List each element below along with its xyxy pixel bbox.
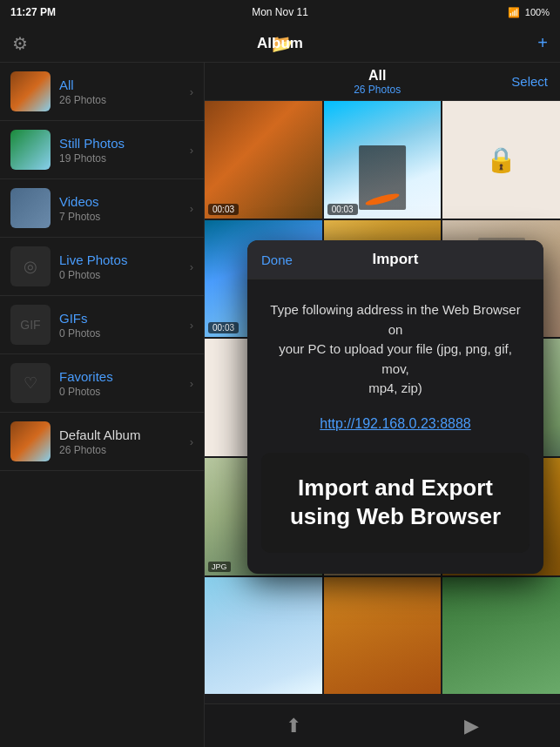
sidebar-item-still[interactable]: Still Photos 19 Photos › — [0, 121, 204, 179]
modal-url[interactable]: http://192.168.0.23:8888 — [265, 416, 526, 432]
sidebar-count-favorites: 0 Photos — [59, 386, 190, 398]
sidebar-label-gifs: GIFs — [59, 311, 190, 326]
sidebar-thumb-default — [10, 421, 51, 461]
sidebar-label-videos: Videos — [59, 194, 190, 209]
sidebar-text-gifs: GIFs 0 Photos — [59, 311, 190, 340]
modal-header: Done Import — [247, 240, 543, 279]
status-icons: 📶 100% — [508, 7, 550, 18]
sidebar-count-videos: 7 Photos — [59, 211, 190, 223]
modal-banner-text: Import and Export using Web Browser — [275, 474, 516, 533]
sidebar-count-default: 26 Photos — [59, 444, 190, 456]
sidebar-thumb-live: ◎ — [10, 246, 51, 286]
sidebar-text-all: All 26 Photos — [59, 77, 190, 106]
sidebar-item-favorites[interactable]: ♡ Favorites 0 Photos › — [0, 354, 204, 413]
status-bar: 11:27 PM Mon Nov 11 📶 100% — [0, 0, 560, 24]
sidebar-label-all: All — [59, 77, 190, 92]
sidebar-thumb-gifs: GIF — [10, 305, 51, 345]
sidebar-item-all[interactable]: All 26 Photos › — [0, 63, 204, 121]
sidebar-item-live[interactable]: ◎ Live Photos 0 Photos › — [0, 238, 204, 296]
sidebar-label-still: Still Photos — [59, 136, 190, 151]
sidebar-thumb-still — [10, 130, 51, 170]
chevron-icon-default: › — [190, 435, 193, 448]
modal-instructions: Type following address in the Web Browse… — [265, 300, 526, 399]
modal-overlay: Done Import Type following address in th… — [205, 63, 560, 747]
chevron-icon-favorites: › — [190, 377, 193, 390]
chevron-icon-still: › — [190, 144, 193, 157]
import-modal: Done Import Type following address in th… — [247, 240, 543, 574]
status-date: Mon Nov 11 — [252, 6, 308, 18]
chevron-icon-live: › — [190, 260, 193, 273]
add-icon[interactable]: + — [537, 33, 548, 53]
modal-banner: Import and Export using Web Browser — [261, 453, 530, 554]
sidebar-label-live: Live Photos — [59, 252, 190, 267]
sidebar-count-gifs: 0 Photos — [59, 327, 190, 340]
sidebar-thumb-videos — [10, 188, 51, 228]
settings-icon[interactable]: ⚙ — [12, 33, 28, 54]
main-layout: All 26 Photos › Still Photos 19 Photos ›… — [0, 63, 560, 747]
content-area: All 26 Photos Select 00:03 00:03 🔒 — [205, 63, 560, 747]
sidebar-count-all: 26 Photos — [59, 94, 190, 106]
chevron-icon-gifs: › — [190, 319, 193, 332]
modal-title: Import — [293, 251, 498, 268]
sidebar-thumb-all — [10, 71, 51, 111]
chevron-icon-all: › — [190, 85, 193, 98]
sidebar-thumb-favorites: ♡ — [10, 363, 51, 403]
chevron-icon-videos: › — [190, 202, 193, 215]
sidebar-item-default[interactable]: Default Album 26 Photos › — [0, 413, 204, 471]
sidebar-text-live: Live Photos 0 Photos — [59, 252, 190, 281]
wifi-icon: 📶 — [508, 7, 520, 18]
battery-text: 100% — [525, 7, 550, 17]
status-time: 11:27 PM — [10, 6, 56, 18]
sidebar-label-default: Default Album — [59, 427, 190, 442]
sidebar-text-still: Still Photos 19 Photos — [59, 136, 190, 165]
modal-body: Type following address in the Web Browse… — [247, 279, 543, 574]
album-title: Album — [257, 35, 303, 52]
sidebar-text-default: Default Album 26 Photos — [59, 427, 190, 456]
sidebar-text-favorites: Favorites 0 Photos — [59, 369, 190, 398]
sidebar-count-still: 19 Photos — [59, 152, 190, 165]
modal-done-button[interactable]: Done — [261, 252, 293, 267]
sidebar-item-gifs[interactable]: GIF GIFs 0 Photos › — [0, 296, 204, 354]
app-header: ⚙ 📂 Album + — [0, 24, 560, 63]
sidebar: All 26 Photos › Still Photos 19 Photos ›… — [0, 63, 205, 747]
sidebar-item-videos[interactable]: Videos 7 Photos › — [0, 179, 204, 238]
sidebar-label-favorites: Favorites — [59, 369, 190, 384]
sidebar-text-videos: Videos 7 Photos — [59, 194, 190, 223]
sidebar-count-live: 0 Photos — [59, 269, 190, 281]
